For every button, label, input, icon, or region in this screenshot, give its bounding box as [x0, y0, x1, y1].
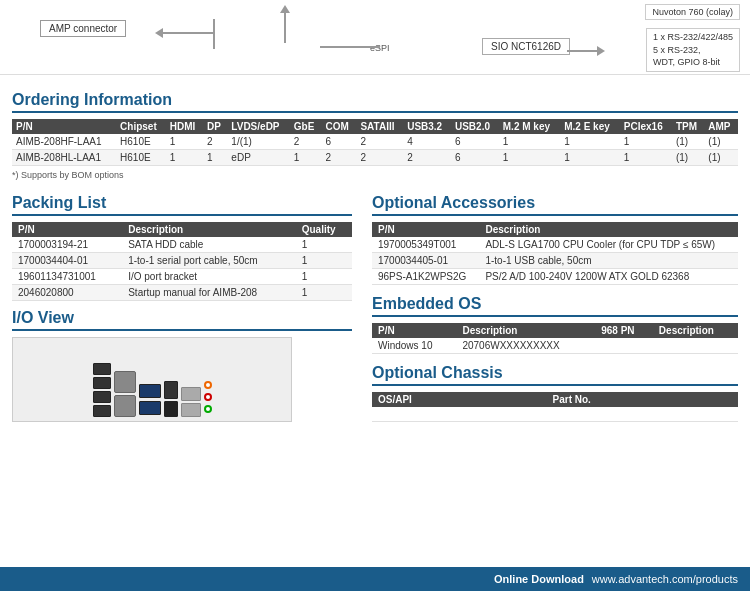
- serial-stack: [181, 387, 201, 417]
- col-right: Optional Accessories P/N Description 197…: [372, 186, 738, 422]
- table-cell: 1: [296, 269, 352, 285]
- opt-acc-table-row: 1700034405-011-to-1 USB cable, 50cm: [372, 253, 738, 269]
- table-cell: 1: [290, 150, 322, 166]
- optional-acc-title: Optional Accessories: [372, 194, 738, 216]
- table-cell: Windows 10: [372, 338, 456, 354]
- usb-port-2: [93, 377, 111, 389]
- table-cell: 2: [356, 134, 403, 150]
- col-left: Packing List P/N Description Quality 170…: [12, 186, 352, 422]
- nuvoton-box: Nuvoton 760 (colay): [645, 4, 740, 20]
- hdmi-dp-stack: [164, 381, 178, 417]
- chassis-empty-cell2: [547, 407, 738, 421]
- hdmi-port: [164, 381, 178, 399]
- opt-acc-table-row: 96PS-A1K2WPS2GPS/2 A/D 100-240V 1200W AT…: [372, 269, 738, 285]
- ordering-table: P/N Chipset HDMI DP LVDS/eDP GbE COM SAT…: [12, 119, 738, 166]
- optional-chassis-table: OS/API Part No.: [372, 392, 738, 422]
- dp-port: [164, 401, 178, 417]
- usb-port-4: [93, 405, 111, 417]
- ordering-table-row: AIMB-208HL-LAA1H610E11eDP12226111(1)(1): [12, 150, 738, 166]
- table-cell: eDP: [227, 150, 289, 166]
- packing-table-row: 2046020800Startup manual for AIMB-2081: [12, 285, 352, 301]
- rj45-port-1: [114, 371, 136, 393]
- chassis-empty-row: [372, 407, 738, 421]
- table-cell: [653, 338, 738, 354]
- table-cell: (1): [704, 134, 738, 150]
- rs232-box: 1 x RS-232/422/485 5 x RS-232, WDT, GPIO…: [646, 28, 740, 72]
- col-chipset: Chipset: [116, 119, 166, 134]
- table-cell: 1: [620, 150, 672, 166]
- usb-port-1: [93, 363, 111, 375]
- table-cell: H610E: [116, 150, 166, 166]
- col-m2e: M.2 E key: [560, 119, 620, 134]
- io-view-image: [12, 337, 292, 422]
- table-cell: 1: [296, 237, 352, 253]
- table-cell: SATA HDD cable: [122, 237, 296, 253]
- main-content: Ordering Information P/N Chipset HDMI DP…: [0, 75, 750, 426]
- serial-port-1: [181, 387, 201, 401]
- table-cell: [595, 338, 653, 354]
- chassis-empty-cell1: [372, 407, 547, 421]
- io-ports: [89, 338, 216, 421]
- packing-table-row: 1700034404-011-to-1 serial port cable, 5…: [12, 253, 352, 269]
- audio-stack: [204, 381, 212, 417]
- table-cell: Startup manual for AIMB-208: [122, 285, 296, 301]
- table-cell: 1700034405-01: [372, 253, 479, 269]
- packing-table-row: 1700003194-21SATA HDD cable1: [12, 237, 352, 253]
- table-cell: (1): [704, 150, 738, 166]
- footer: Online Download www.advantech.com/produc…: [0, 567, 750, 591]
- table-cell: 2: [356, 150, 403, 166]
- col-gbe: GbE: [290, 119, 322, 134]
- table-cell: 1: [166, 150, 203, 166]
- amp-arrow: [155, 28, 213, 38]
- up-arrow: [280, 5, 290, 43]
- usb-stack-2: [139, 384, 161, 415]
- espi-label: eSPI: [370, 43, 390, 53]
- table-cell: 6: [451, 150, 499, 166]
- opt-col-desc: Description: [479, 222, 738, 237]
- table-cell: 1/(1): [227, 134, 289, 150]
- table-cell: 2: [403, 150, 451, 166]
- packing-col-pn: P/N: [12, 222, 122, 237]
- table-cell: AIMB-208HL-LAA1: [12, 150, 116, 166]
- col-usb20: USB2.0: [451, 119, 499, 134]
- table-cell: 20706WXXXXXXXXX: [456, 338, 595, 354]
- sio-rs232-arrow: [567, 46, 605, 56]
- col-hdmi: HDMI: [166, 119, 203, 134]
- usb3-port-1: [139, 384, 161, 398]
- table-cell: 1: [560, 134, 620, 150]
- footer-url: www.advantech.com/products: [592, 573, 738, 585]
- audio-port-1: [204, 381, 212, 389]
- table-cell: 1700003194-21: [12, 237, 122, 253]
- col-dp: DP: [203, 119, 227, 134]
- espi-line: [320, 46, 380, 48]
- optional-chassis-title: Optional Chassis: [372, 364, 738, 386]
- packing-section-title: Packing List: [12, 194, 352, 216]
- usb-stack-1: [93, 363, 111, 417]
- packing-table: P/N Description Quality 1700003194-21SAT…: [12, 222, 352, 301]
- table-cell: 1: [166, 134, 203, 150]
- os-table-header: P/N Description 968 PN Description: [372, 323, 738, 338]
- os-col-desc: Description: [456, 323, 595, 338]
- col-pn: P/N: [12, 119, 116, 134]
- table-cell: 1: [203, 150, 227, 166]
- col-lvds: LVDS/eDP: [227, 119, 289, 134]
- col-sataiii: SATAIII: [356, 119, 403, 134]
- packing-col-desc: Description: [122, 222, 296, 237]
- table-cell: 96PS-A1K2WPS2G: [372, 269, 479, 285]
- audio-port-3: [204, 405, 212, 413]
- packing-col-qty: Quality: [296, 222, 352, 237]
- io-view-title: I/O View: [12, 309, 352, 331]
- table-cell: 4: [403, 134, 451, 150]
- table-cell: 2: [203, 134, 227, 150]
- table-cell: 1-to-1 USB cable, 50cm: [479, 253, 738, 269]
- table-cell: 6: [322, 134, 357, 150]
- opt-table-header: P/N Description: [372, 222, 738, 237]
- table-cell: ADL-S LGA1700 CPU Cooler (for CPU TDP ≤ …: [479, 237, 738, 253]
- table-cell: 1: [499, 150, 560, 166]
- usb3-port-2: [139, 401, 161, 415]
- table-cell: 1: [560, 150, 620, 166]
- packing-table-row: 19601134731001I/O port bracket1: [12, 269, 352, 285]
- table-cell: PS/2 A/D 100-240V 1200W ATX GOLD 62368: [479, 269, 738, 285]
- io-view-section: I/O View: [12, 309, 352, 422]
- os-table-row: Windows 1020706WXXXXXXXXX: [372, 338, 738, 354]
